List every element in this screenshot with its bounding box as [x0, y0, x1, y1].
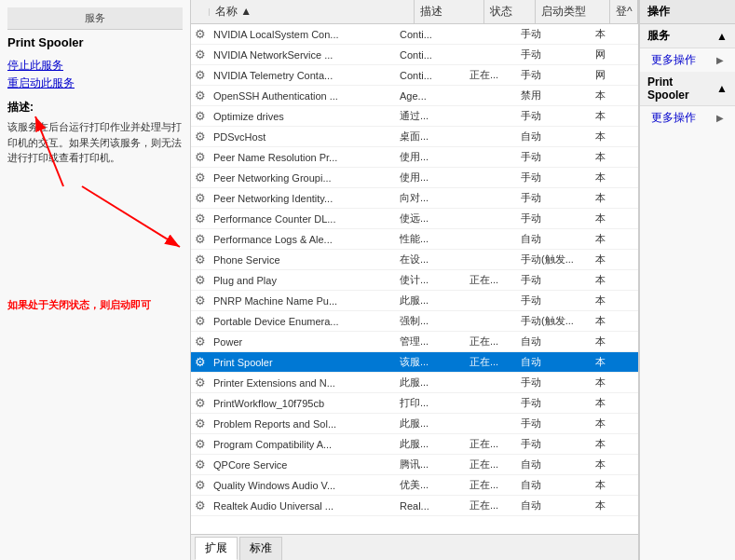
- left-panel: 服务 Print Spooler 停止此服务 重启动此服务 描述: 该服务在后台…: [0, 0, 191, 560]
- service-logon-cell: 本: [592, 210, 619, 227]
- col-logon-header[interactable]: 登^: [610, 0, 638, 23]
- service-row[interactable]: ⚙ Plug and Play 使计... 正在... 手动 本: [191, 270, 638, 291]
- service-row[interactable]: ⚙ Power 管理... 正在... 自动 本: [191, 332, 638, 352]
- col-startup-header[interactable]: 启动类型: [536, 0, 610, 23]
- service-row[interactable]: ⚙ Quality Windows Audio V... 优美... 正在...…: [191, 475, 638, 496]
- service-startup-cell: 手动: [517, 292, 592, 309]
- service-startup-cell: 自动: [517, 333, 592, 350]
- service-logon-cell: 本: [592, 292, 619, 309]
- service-name-cell: Portable Device Enumera...: [210, 314, 396, 329]
- service-logon-cell: 本: [592, 435, 619, 453]
- restart-service-link[interactable]: 重启动此服务: [7, 75, 183, 92]
- service-row[interactable]: ⚙ NVIDIA NetworkService ... Conti... 手动 …: [191, 45, 638, 65]
- service-row[interactable]: ⚙ Portable Device Enumera... 强制... 手动(触发…: [191, 311, 638, 332]
- service-row[interactable]: ⚙ Print Spooler 该服... 正在... 自动 本: [191, 352, 638, 373]
- service-icon: ⚙: [191, 353, 210, 371]
- service-status-cell: [466, 135, 517, 139]
- service-logon-cell: 本: [592, 25, 619, 43]
- service-startup-cell: 自动: [517, 497, 592, 514]
- service-logon-cell: 本: [592, 189, 619, 207]
- service-row[interactable]: ⚙ Realtek Audio Universal ... Real... 正在…: [191, 496, 638, 516]
- service-status-cell: 正在...: [466, 353, 517, 371]
- service-desc-cell: 此服...: [396, 374, 466, 391]
- service-desc-cell: 打印...: [396, 394, 466, 412]
- service-startup-cell: 手动: [517, 210, 592, 227]
- service-icon: ⚙: [191, 169, 210, 186]
- service-status-cell: 正在...: [466, 476, 517, 494]
- service-icon: ⚙: [191, 148, 210, 166]
- stop-service-link[interactable]: 停止此服务: [7, 57, 183, 75]
- service-row[interactable]: ⚙ Performance Logs & Ale... 性能... 自动 本: [191, 229, 638, 250]
- service-startup-cell: 手动: [517, 374, 592, 391]
- service-icon: ⚙: [191, 189, 210, 207]
- service-name-cell: Peer Name Resolution Pr...: [210, 150, 396, 165]
- service-row[interactable]: ⚙ Program Compatibility A... 此服... 正在...…: [191, 434, 638, 455]
- service-row[interactable]: ⚙ Problem Reports and Sol... 此服... 手动 本: [191, 414, 638, 434]
- service-desc-cell: 腾讯...: [396, 456, 466, 473]
- service-row[interactable]: ⚙ Peer Name Resolution Pr... 使用... 手动 本: [191, 147, 638, 168]
- service-row[interactable]: ⚙ NVIDIA LocalSystem Con... Conti... 手动 …: [191, 24, 638, 45]
- col-desc-header[interactable]: 描述: [415, 0, 484, 23]
- svg-line-1: [82, 186, 180, 247]
- col-status-header[interactable]: 状态: [484, 0, 536, 23]
- service-row[interactable]: ⚙ OpenSSH Authentication ... Age... 禁用 本: [191, 86, 638, 106]
- service-desc-cell: Real...: [396, 499, 466, 513]
- service-name-cell: NVIDIA LocalSystem Con...: [210, 27, 396, 42]
- service-logon-cell: 网: [592, 46, 619, 63]
- service-row[interactable]: ⚙ Peer Networking Identity... 向对... 手动 本: [191, 188, 638, 209]
- service-desc-cell: 使远...: [396, 210, 466, 227]
- service-icon: ⚙: [191, 333, 210, 350]
- service-row[interactable]: ⚙ Optimize drives 通过... 手动 本: [191, 106, 638, 127]
- services-panel: 名称 ▲ 描述 状态 启动类型 登^ ⚙ NVIDIA LocalSystem …: [191, 0, 639, 560]
- service-status-cell: [466, 33, 517, 36]
- service-desc-cell: 在设...: [396, 251, 466, 268]
- service-startup-cell: 手动: [517, 189, 592, 207]
- service-row[interactable]: ⚙ Printer Extensions and N... 此服... 手动 本: [191, 373, 638, 393]
- arrows-svg: [7, 177, 194, 289]
- col-icon-header[interactable]: [191, 8, 210, 16]
- tab-extend[interactable]: 扩展: [195, 537, 238, 560]
- service-name-cell: NVIDIA Telemetry Conta...: [210, 68, 396, 83]
- service-icon: ⚙: [191, 292, 210, 309]
- service-desc-cell: 此服...: [396, 415, 466, 432]
- service-name-cell: NVIDIA NetworkService ...: [210, 48, 396, 62]
- service-row[interactable]: ⚙ Performance Counter DL... 使远... 手动 本: [191, 209, 638, 229]
- service-status-cell: 正在...: [466, 435, 517, 453]
- service-desc-cell: 优美...: [396, 476, 466, 494]
- service-row[interactable]: ⚙ Peer Networking Groupi... 使用... 手动 本: [191, 168, 638, 188]
- service-startup-cell: 禁用: [517, 87, 592, 104]
- service-startup-cell: 自动: [517, 128, 592, 145]
- service-logon-cell: 本: [592, 353, 619, 371]
- service-desc-cell: 强制...: [396, 312, 466, 330]
- right-action-more-1[interactable]: 更多操作 ▶: [640, 48, 735, 72]
- tab-standard[interactable]: 标准: [239, 537, 282, 560]
- selected-service-name: Print Spooler: [7, 35, 183, 49]
- service-logon-cell: 本: [592, 148, 619, 166]
- right-action-more-2[interactable]: 更多操作 ▶: [640, 106, 735, 130]
- service-icon: ⚙: [191, 251, 210, 268]
- services-list[interactable]: ⚙ NVIDIA LocalSystem Con... Conti... 手动 …: [191, 24, 638, 534]
- service-logon-cell: 本: [592, 394, 619, 412]
- service-status-cell: [466, 217, 517, 221]
- service-logon-cell: 本: [592, 271, 619, 289]
- service-startup-cell: 手动: [517, 271, 592, 289]
- service-name-cell: Print Spooler: [210, 355, 396, 370]
- service-icon: ⚙: [191, 271, 210, 289]
- right-panel-header: 操作: [640, 0, 735, 24]
- service-desc-cell: 使用...: [396, 169, 466, 186]
- service-row[interactable]: ⚙ QPCore Service 腾讯... 正在... 自动 本: [191, 455, 638, 475]
- service-status-cell: [466, 156, 517, 159]
- service-row[interactable]: ⚙ Phone Service 在设... 手动(触发... 本: [191, 250, 638, 270]
- right-section-spooler: Print Spooler ▲ 更多操作 ▶: [640, 72, 735, 130]
- service-row[interactable]: ⚙ NVIDIA Telemetry Conta... Conti... 正在.…: [191, 65, 638, 86]
- service-row[interactable]: ⚙ PrintWorkflow_10f795cb 打印... 手动 本: [191, 393, 638, 414]
- service-row[interactable]: ⚙ PNRP Machine Name Pu... 此服... 手动 本: [191, 291, 638, 311]
- service-status-cell: 正在...: [466, 66, 517, 84]
- service-desc-cell: Conti...: [396, 27, 466, 42]
- service-name-cell: Quality Windows Audio V...: [210, 478, 396, 493]
- service-row[interactable]: ⚙ PDSvcHost 桌面... 自动 本: [191, 127, 638, 147]
- right-section-spooler-title: Print Spooler ▲: [640, 72, 735, 106]
- service-status-cell: [466, 94, 517, 98]
- service-startup-cell: 手动: [517, 415, 592, 432]
- col-name-header[interactable]: 名称 ▲: [210, 0, 415, 23]
